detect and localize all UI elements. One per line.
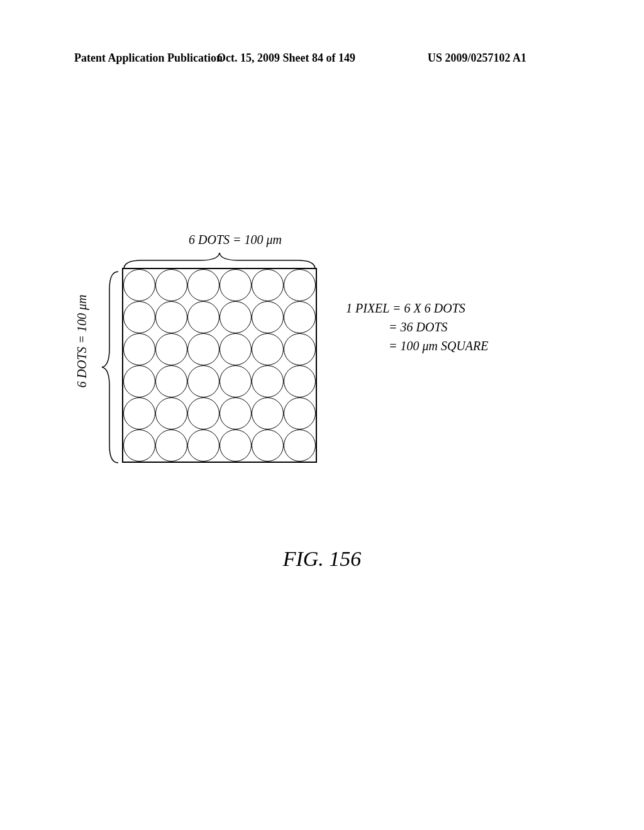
- header-center: Oct. 15, 2009 Sheet 84 of 149: [217, 52, 355, 65]
- dot-icon: [123, 397, 155, 429]
- dot-icon: [284, 301, 316, 333]
- dot-icon: [187, 429, 219, 462]
- dot-icon: [284, 365, 316, 397]
- top-dimension-label: 6 DOTS = 100 μm: [189, 233, 282, 247]
- dot-icon: [123, 269, 155, 301]
- dot-row: [123, 365, 316, 397]
- dot-icon: [252, 429, 284, 462]
- dot-icon: [155, 333, 187, 365]
- annotation-line-3: = 100 μm SQUARE: [346, 336, 489, 355]
- pixel-annotation: 1 PIXEL = 6 X 6 DOTS = 36 DOTS = 100 μm …: [346, 299, 489, 355]
- left-brace-icon: [101, 270, 119, 464]
- dot-icon: [155, 365, 187, 397]
- dot-icon: [155, 269, 187, 301]
- dot-icon: [123, 365, 155, 397]
- dot-icon: [155, 397, 187, 429]
- pixel-dot-grid: [122, 268, 317, 463]
- dot-icon: [187, 301, 219, 333]
- dot-icon: [219, 269, 252, 301]
- dot-icon: [219, 301, 252, 333]
- dot-icon: [252, 269, 284, 301]
- dot-icon: [252, 365, 284, 397]
- dot-icon: [123, 429, 155, 462]
- annotation-line-1: 1 PIXEL = 6 X 6 DOTS: [346, 299, 489, 318]
- dot-icon: [219, 333, 252, 365]
- dot-icon: [284, 397, 316, 429]
- dot-icon: [187, 333, 219, 365]
- dot-icon: [187, 269, 219, 301]
- dot-icon: [155, 301, 187, 333]
- dot-icon: [252, 397, 284, 429]
- annotation-line-2: = 36 DOTS: [346, 318, 489, 336]
- dot-row: [123, 269, 316, 301]
- dot-icon: [252, 301, 284, 333]
- dot-icon: [187, 365, 219, 397]
- dot-icon: [219, 397, 252, 429]
- dot-icon: [123, 301, 155, 333]
- dot-icon: [252, 333, 284, 365]
- dot-row: [123, 397, 316, 429]
- dot-icon: [284, 333, 316, 365]
- dot-row: [123, 429, 316, 462]
- header-left: Patent Application Publication: [74, 52, 223, 65]
- header-right: US 2009/0257102 A1: [428, 52, 526, 65]
- figure-container: 6 DOTS = 100 μm 6 DOTS = 100 μm 1 PIXEL …: [82, 233, 560, 547]
- dot-icon: [155, 429, 187, 462]
- dot-row: [123, 301, 316, 333]
- dot-icon: [187, 397, 219, 429]
- figure-caption: FIG. 156: [0, 547, 644, 571]
- dot-row: [123, 333, 316, 365]
- left-dimension-label: 6 DOTS = 100 μm: [75, 295, 89, 388]
- dot-icon: [284, 429, 316, 462]
- dot-icon: [219, 365, 252, 397]
- dot-icon: [219, 429, 252, 462]
- dot-icon: [123, 333, 155, 365]
- dot-icon: [284, 269, 316, 301]
